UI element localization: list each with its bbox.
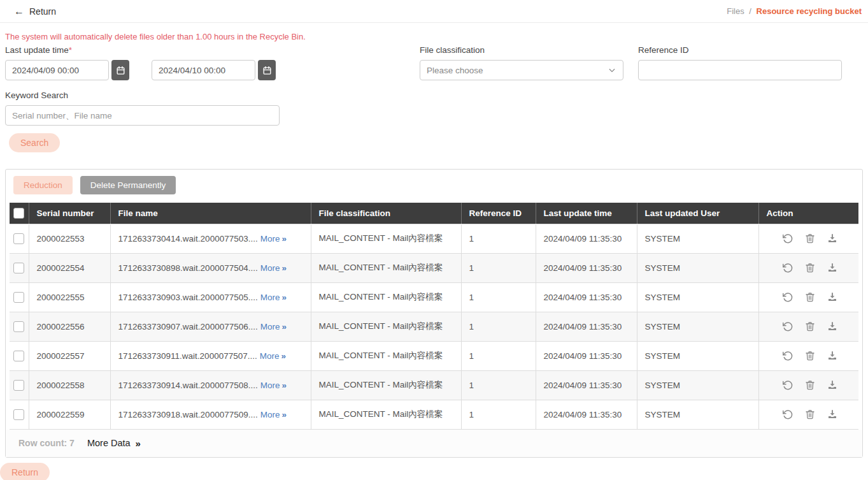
- last-update-time-group: Last update time*: [5, 45, 276, 80]
- delete-permanently-button[interactable]: Delete Permanently: [80, 176, 176, 194]
- file-classification-group: File classification Please choose: [420, 45, 623, 80]
- more-link[interactable]: More»: [260, 351, 286, 361]
- row-checkbox[interactable]: [13, 351, 24, 361]
- double-chevron-right-icon: »: [281, 322, 287, 331]
- column-header-last-update: Last update time: [536, 203, 637, 224]
- restore-icon[interactable]: [782, 351, 793, 361]
- more-link[interactable]: More»: [260, 263, 287, 273]
- restore-icon[interactable]: [782, 380, 793, 391]
- cell-last-updated-user: SYSTEM: [637, 370, 758, 400]
- cell-action: [758, 224, 858, 253]
- restore-icon[interactable]: [782, 409, 793, 420]
- cell-reference-id: 1: [461, 370, 536, 400]
- download-icon[interactable]: [827, 321, 837, 332]
- trash-icon[interactable]: [805, 292, 815, 303]
- cell-reference-id: 1: [461, 400, 536, 429]
- double-chevron-right-icon: »: [281, 293, 287, 302]
- cell-reference-id: 1: [461, 312, 536, 341]
- row-checkbox[interactable]: [13, 263, 24, 273]
- cell-file-name: 1712633730907.wait.2000077506....More»: [110, 312, 311, 341]
- download-icon[interactable]: [827, 263, 837, 273]
- trash-icon[interactable]: [805, 233, 815, 244]
- keyword-search-input[interactable]: [5, 105, 280, 126]
- breadcrumb: Files / Resource recycling bucket: [727, 6, 862, 16]
- file-classification-select[interactable]: Please choose: [420, 60, 623, 80]
- cell-reference-id: 1: [461, 341, 536, 370]
- cell-file-classification: MAIL_CONTENT - Mail內容檔案: [311, 224, 461, 253]
- row-count-value: 7: [69, 438, 75, 448]
- row-checkbox[interactable]: [13, 292, 24, 303]
- table-header-row: Serial number File name File classificat…: [10, 203, 858, 224]
- cell-last-update-time: 2024/04/09 11:35:30: [536, 312, 637, 341]
- download-icon[interactable]: [827, 351, 837, 361]
- cell-file-classification: MAIL_CONTENT - Mail內容檔案: [311, 370, 461, 400]
- restore-icon[interactable]: [782, 292, 793, 303]
- file-classification-selected-value: Please choose: [427, 66, 483, 75]
- return-link[interactable]: ← Return: [14, 6, 56, 17]
- reference-id-input[interactable]: [638, 60, 842, 80]
- table-footer: Row count: 7 More Data »: [6, 430, 862, 457]
- cell-last-update-time: 2024/04/09 11:35:30: [536, 341, 637, 370]
- bottom-return-button[interactable]: Return: [0, 463, 50, 480]
- date-from-calendar-button[interactable]: [111, 60, 129, 80]
- restore-icon[interactable]: [782, 263, 793, 273]
- row-checkbox[interactable]: [13, 233, 24, 244]
- more-link[interactable]: More»: [260, 381, 287, 390]
- trash-icon[interactable]: [805, 263, 815, 273]
- more-link[interactable]: More»: [260, 322, 287, 331]
- cell-serial-number: 2000022557: [29, 341, 110, 370]
- double-chevron-right-icon: »: [281, 351, 286, 361]
- breadcrumb-separator: /: [749, 6, 751, 16]
- row-checkbox[interactable]: [13, 380, 24, 391]
- date-to-input[interactable]: [152, 60, 255, 80]
- cell-serial-number: 2000022559: [29, 400, 110, 429]
- cell-action: [758, 370, 858, 400]
- cell-file-name: 1712633730898.wait.2000077504....More»: [110, 253, 311, 282]
- cell-file-name: 1712633730914.wait.2000077508....More»: [110, 370, 311, 400]
- trash-icon[interactable]: [805, 409, 815, 420]
- row-count: Row count: 7: [18, 438, 75, 448]
- reference-id-group: Reference ID: [638, 45, 842, 80]
- download-icon[interactable]: [827, 409, 837, 420]
- more-link[interactable]: More»: [260, 234, 287, 244]
- breadcrumb-parent[interactable]: Files: [727, 6, 744, 16]
- cell-action: [758, 253, 858, 282]
- table-row: 2000022556 1712633730907.wait.2000077506…: [10, 312, 858, 341]
- row-checkbox[interactable]: [13, 409, 24, 420]
- download-icon[interactable]: [827, 380, 837, 391]
- cell-file-classification: MAIL_CONTENT - Mail內容檔案: [311, 312, 461, 341]
- calendar-icon: [116, 66, 125, 75]
- search-button[interactable]: Search: [9, 133, 60, 152]
- trash-icon[interactable]: [805, 380, 815, 391]
- more-link[interactable]: More»: [260, 293, 287, 302]
- cell-file-classification: MAIL_CONTENT - Mail內容檔案: [311, 341, 461, 370]
- keyword-search-label: Keyword Search: [5, 91, 863, 100]
- table-row: 2000022555 1712633730903.wait.2000077505…: [10, 282, 858, 312]
- trash-icon[interactable]: [805, 351, 815, 361]
- double-chevron-right-icon: »: [281, 263, 287, 273]
- required-asterisk: *: [69, 45, 72, 55]
- restore-icon[interactable]: [782, 233, 793, 244]
- date-to-calendar-button[interactable]: [258, 60, 276, 80]
- trash-icon[interactable]: [805, 321, 815, 332]
- table-row: 2000022558 1712633730914.wait.2000077508…: [10, 370, 858, 400]
- table-row: 2000022553 1712633730414.wait.2000077503…: [10, 224, 858, 253]
- more-data-link[interactable]: More Data »: [87, 438, 141, 449]
- reduction-button[interactable]: Reduction: [13, 176, 73, 194]
- cell-last-update-time: 2024/04/09 11:35:30: [536, 282, 637, 312]
- cell-reference-id: 1: [461, 224, 536, 253]
- table-row: 2000022559 1712633730918.wait.2000077509…: [10, 400, 858, 429]
- double-chevron-right-icon: »: [136, 438, 141, 449]
- cell-file-classification: MAIL_CONTENT - Mail內容檔案: [311, 400, 461, 429]
- select-all-checkbox[interactable]: [13, 208, 24, 219]
- keyword-search-group: Keyword Search: [5, 91, 863, 126]
- double-chevron-right-icon: »: [281, 410, 287, 419]
- date-from-input[interactable]: [5, 60, 109, 80]
- more-link[interactable]: More»: [260, 410, 287, 419]
- download-icon[interactable]: [827, 233, 837, 244]
- breadcrumb-current: Resource recycling bucket: [757, 6, 862, 16]
- row-checkbox[interactable]: [13, 321, 24, 332]
- download-icon[interactable]: [827, 292, 837, 303]
- restore-icon[interactable]: [782, 321, 793, 332]
- column-header-serial: Serial number: [29, 203, 110, 224]
